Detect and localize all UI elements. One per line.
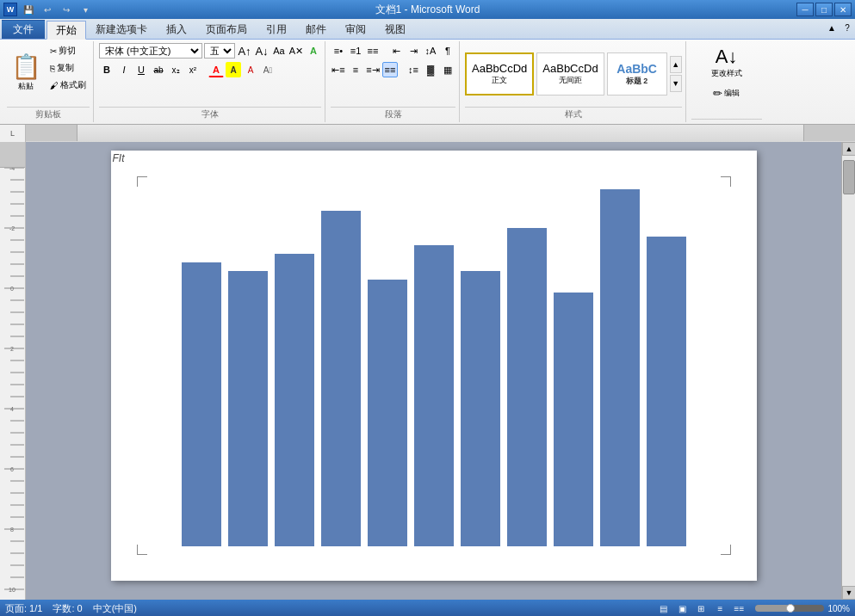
styles-label: 样式 [465, 107, 682, 120]
doc-area[interactable]: FIt [26, 142, 841, 600]
help-btn[interactable]: ? [840, 20, 855, 35]
titlebar-left: W 💾 ↩ ↪ ▾ [3, 3, 93, 16]
cut-btn[interactable]: ✂ 剪切 [46, 43, 90, 59]
scroll-track[interactable] [842, 156, 855, 586]
tab-new[interactable]: 新建选项卡 [86, 20, 157, 39]
page-info: 页面: 1/1 [5, 602, 42, 615]
font-name-select[interactable]: 宋体 (中文正文) [99, 43, 202, 59]
format-painter-btn[interactable]: 🖌 格式刷 [46, 77, 90, 93]
multilevel-btn[interactable]: ≡≡ [365, 43, 381, 59]
font-size-select[interactable]: 五号 [204, 43, 235, 59]
justify-btn[interactable]: ≡≡ [382, 62, 398, 77]
style-normal[interactable]: AaBbCcDd 正文 [465, 52, 534, 95]
svg-text:8: 8 [10, 527, 14, 533]
scroll-thumb[interactable] [843, 160, 855, 194]
zoom-thumb[interactable] [786, 604, 795, 613]
main-area: -4-2024681012 FIt ▲ ▼ [0, 142, 855, 600]
italic-btn[interactable]: I [116, 62, 132, 77]
paste-label: 粘贴 [18, 81, 34, 92]
close-btn[interactable]: ✕ [834, 3, 852, 16]
text-color-btn[interactable]: A [208, 62, 224, 77]
paste-btn[interactable]: 📋 粘贴 [7, 43, 45, 102]
decrease-indent-btn[interactable]: ⇤ [388, 43, 404, 59]
editing-group: A↓ 更改样式 ✏ 编辑 [688, 41, 765, 122]
increase-indent-btn[interactable]: ⇥ [406, 43, 421, 59]
horizontal-ruler: -8-6-4-20246810 [26, 125, 855, 142]
shrink-font-btn[interactable]: A↓ [254, 43, 270, 59]
style-heading2[interactable]: AaBbC 标题 2 [607, 52, 667, 95]
clear-format-btn[interactable]: A✕ [288, 43, 304, 59]
style-scroll-up[interactable]: ▲ [670, 56, 682, 73]
document-page[interactable]: FIt [111, 151, 757, 581]
underline-btn[interactable]: U [133, 62, 149, 77]
svg-text:6: 6 [10, 466, 14, 472]
style-no-spacing[interactable]: AaBbCcDd 无间距 [536, 52, 604, 95]
view-draft-btn[interactable]: ≡≡ [731, 601, 747, 616]
svg-text:10: 10 [9, 587, 15, 593]
view-outline-btn[interactable]: ≡ [712, 601, 728, 616]
change-styles-icon: A↓ [716, 46, 738, 68]
change-case-btn[interactable]: Aa [271, 43, 287, 59]
copy-btn[interactable]: ⎘ 复制 [46, 60, 90, 76]
show-marks-btn[interactable]: ¶ [440, 43, 455, 59]
style-normal-preview: AaBbCcDd 正文 [472, 62, 527, 86]
align-right-btn[interactable]: ≡⇥ [365, 62, 381, 77]
numbering-btn[interactable]: ≡1 [348, 43, 363, 59]
shading-btn[interactable]: ▓ [423, 62, 438, 77]
sort-btn[interactable]: ↕A [423, 43, 438, 59]
tab-home[interactable]: 开始 [46, 21, 86, 40]
strikethrough-btn[interactable]: ab [151, 62, 166, 77]
tab-insert[interactable]: 插入 [157, 20, 196, 39]
align-left-btn[interactable]: ⇤≡ [331, 62, 346, 77]
ruler-corner[interactable]: L [0, 125, 26, 142]
quick-undo-btn[interactable]: ↩ [40, 3, 55, 16]
maximize-btn[interactable]: □ [815, 3, 833, 16]
quick-save-btn[interactable]: 💾 [21, 3, 36, 16]
quick-redo-btn[interactable]: ↪ [59, 3, 74, 16]
tab-file[interactable]: 文件 [2, 20, 45, 39]
bullets-btn[interactable]: ≡• [331, 43, 346, 59]
style-scroll-down[interactable]: ▼ [670, 75, 682, 92]
scroll-down-btn[interactable]: ▼ [842, 586, 855, 600]
edit-btn[interactable]: ✏ 编辑 [697, 84, 757, 102]
change-styles-btn[interactable]: A↓ 更改样式 [697, 43, 757, 81]
ruler-corner-mark: L [0, 125, 25, 142]
change-styles-label: 更改样式 [711, 68, 742, 79]
view-web-btn[interactable]: ⊞ [693, 601, 709, 616]
font-name-row: 宋体 (中文正文) 五号 A↑ A↓ Aa A✕ A [99, 43, 321, 59]
subscript-btn[interactable]: x₂ [168, 62, 183, 77]
vertical-scrollbar[interactable]: ▲ ▼ [841, 142, 855, 600]
tab-references[interactable]: 引用 [257, 20, 296, 39]
minimize-btn[interactable]: ─ [796, 3, 814, 16]
titlebar-title: 文档1 - Microsoft Word [0, 3, 855, 17]
highlight-btn[interactable]: A [226, 62, 241, 77]
style-normal-name: 正文 [472, 75, 527, 86]
line-spacing-btn[interactable]: ↕≡ [406, 62, 421, 77]
bar-2 [228, 271, 268, 546]
more-font-btn[interactable]: A⃝ [260, 62, 276, 77]
style-heading2-inner: AaBbC 标题 2 [616, 62, 657, 87]
tab-review[interactable]: 审阅 [336, 20, 375, 39]
grow-font-btn[interactable]: A↑ [237, 43, 252, 59]
text-effect-btn[interactable]: A [306, 43, 321, 59]
bar-6 [414, 245, 454, 546]
view-reading-btn[interactable]: ▣ [674, 601, 690, 616]
tab-pagelayout[interactable]: 页面布局 [196, 20, 257, 39]
bold-btn[interactable]: B [99, 62, 115, 77]
tab-mailings[interactable]: 邮件 [296, 20, 336, 39]
scroll-up-btn[interactable]: ▲ [842, 142, 855, 156]
tab-view[interactable]: 视图 [375, 20, 415, 39]
word-count: 字数: 0 [53, 602, 82, 615]
zoom-slider[interactable] [755, 605, 824, 612]
ribbon-collapse-btn[interactable]: ▲ [824, 20, 840, 35]
superscript-btn[interactable]: x² [185, 62, 201, 77]
font-color-btn[interactable]: A [243, 62, 258, 77]
view-normal-btn[interactable]: ▤ [655, 601, 671, 616]
borders-btn[interactable]: ▦ [440, 62, 455, 77]
font-group: 宋体 (中文正文) 五号 A↑ A↓ Aa A✕ A B I U ab x [96, 41, 325, 122]
bar-5 [368, 280, 407, 546]
clipboard-group: 📋 粘贴 ✂ 剪切 ⎘ 复制 🖌 [3, 41, 94, 122]
align-center-btn[interactable]: ≡ [348, 62, 363, 77]
zoom-level: 100% [827, 604, 850, 613]
quick-menu-btn[interactable]: ▾ [77, 3, 93, 16]
